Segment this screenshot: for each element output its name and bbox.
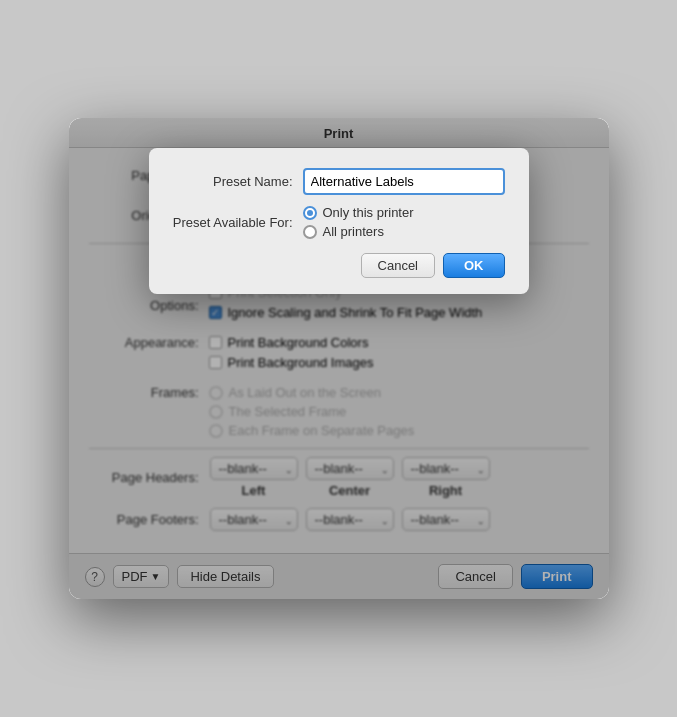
radio-only-this-btn[interactable] xyxy=(303,206,317,220)
preset-modal: Preset Name: Preset Available For: Only … xyxy=(149,148,529,294)
preset-radio-group: Only this printer All printers xyxy=(303,205,414,239)
modal-cancel-button[interactable]: Cancel xyxy=(361,253,435,278)
preset-available-row: Preset Available For: Only this printer … xyxy=(173,205,505,239)
modal-ok-button[interactable]: OK xyxy=(443,253,505,278)
preset-name-input[interactable] xyxy=(303,168,505,195)
print-dialog: Print Preset Name: Preset Available For:… xyxy=(69,118,609,599)
radio-all-printers-label: All printers xyxy=(323,224,384,239)
preset-name-row: Preset Name: xyxy=(173,168,505,195)
radio-all-printers[interactable]: All printers xyxy=(303,224,414,239)
preset-available-label: Preset Available For: xyxy=(173,215,303,230)
radio-only-this-label: Only this printer xyxy=(323,205,414,220)
preset-name-label: Preset Name: xyxy=(173,174,303,189)
radio-only-this-printer[interactable]: Only this printer xyxy=(303,205,414,220)
modal-overlay: Preset Name: Preset Available For: Only … xyxy=(69,118,609,599)
radio-all-printers-btn[interactable] xyxy=(303,225,317,239)
modal-buttons: Cancel OK xyxy=(173,253,505,278)
